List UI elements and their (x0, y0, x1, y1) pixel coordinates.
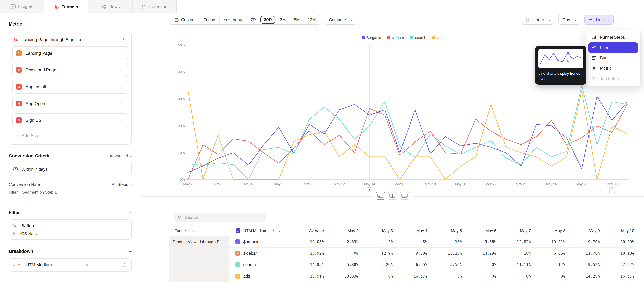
range-12m[interactable]: 12M (304, 16, 320, 24)
chevron-down-icon (193, 230, 195, 232)
kebab-icon[interactable]: ⋮ (118, 84, 124, 90)
menu-item-line[interactable]: Line (588, 42, 638, 53)
table-header-row: Funnel1 ✓ UTM Medium4 AverageMay 2May 3M… (169, 226, 638, 236)
filter-value[interactable]: iOS Native (20, 231, 40, 236)
menu-item-top-paths: Top Paths (588, 74, 638, 84)
kebab-icon[interactable]: ⋮ (118, 68, 124, 73)
column-header: Average (290, 226, 324, 236)
kebab-icon[interactable]: ⋮ (118, 118, 124, 123)
axes-icon (526, 18, 530, 22)
row-checkbox[interactable]: ✓ (236, 251, 240, 256)
line-icon (591, 46, 597, 50)
filter-property[interactable]: Platform (20, 223, 36, 228)
view-toggle-bottom-panel[interactable] (400, 192, 409, 200)
add-step-button[interactable]: + Add Step (12, 130, 128, 141)
range-today[interactable]: Today (200, 16, 220, 24)
value-cell: 5.56% (427, 262, 462, 267)
funnel-column-header[interactable]: Funnel1 (169, 226, 229, 236)
interval-button[interactable]: Day (558, 15, 580, 25)
chart-type-button[interactable]: Line (584, 15, 614, 25)
column-header: May 10 (600, 226, 634, 236)
funnel-step-group-cell[interactable]: Product Viewed through P... (169, 236, 229, 282)
svg-text:1: 1 (611, 188, 613, 192)
kebab-icon[interactable]: ⋮ (118, 101, 124, 106)
tooltip-text: Line charts display trends over time. (538, 71, 583, 82)
scale-button[interactable]: Linear (522, 15, 554, 25)
kebab-icon[interactable]: ⋮ (122, 262, 128, 268)
kebab-icon[interactable]: ⋮ (118, 51, 124, 56)
value-cell: 12.82% (496, 240, 531, 244)
filter-operator[interactable]: Is (13, 231, 16, 236)
breakdown-property: UTM Medium (26, 262, 52, 268)
funnel-header[interactable]: Landing Page through Sign Up ⋮ (12, 36, 128, 46)
range-yesterday[interactable]: Yesterday (220, 16, 246, 24)
tab-retention[interactable]: Retention (133, 0, 176, 13)
value-cell: 19.51% (531, 240, 565, 244)
column-header: May 4 (393, 226, 428, 236)
series-search (188, 86, 627, 180)
menu-item-funnel-steps[interactable]: Funnel Steps (588, 32, 638, 42)
conversion-window-row[interactable]: Within 7 days (9, 162, 132, 176)
funnel-steps-icon (591, 35, 597, 40)
chevron-down-icon (350, 18, 352, 21)
row-checkbox[interactable]: ✓ (236, 274, 240, 278)
conversion-rate-selector[interactable]: All Steps (112, 182, 132, 187)
value-cell: 15.92% (290, 251, 324, 255)
funnel-step[interactable]: 1Landing Page⋮ (12, 46, 128, 60)
tab-flows[interactable]: Flows (88, 0, 133, 13)
menu-item-label: Top Paths (600, 76, 619, 81)
svg-text:May 24: May 24 (516, 182, 527, 186)
value-cell: 0% (324, 251, 358, 255)
value-cell: 13.91% (290, 274, 324, 278)
row-checkbox[interactable]: ✓ (236, 240, 240, 244)
funnel-step[interactable]: 3App Install⋮ (12, 80, 128, 94)
funnel-step[interactable]: 4App Open⋮ (12, 97, 128, 110)
breakdown-row[interactable]: ≡ Aa UTM Medium × ⋮ (9, 258, 132, 272)
kebab-icon[interactable]: ⋮ (120, 37, 127, 42)
breakdown-column-header[interactable]: ✓ UTM Medium4 (229, 226, 290, 236)
svg-text:May 2: May 2 (183, 182, 192, 186)
svg-text:50%: 50% (178, 44, 185, 47)
series-ads (188, 90, 627, 180)
conversion-window-value: Within 7 days (22, 167, 48, 172)
step-number-badge: 3 (16, 84, 22, 90)
drag-handle-icon[interactable]: ≡ (13, 262, 15, 267)
range-3m[interactable]: 3M (276, 16, 290, 24)
value-cell: 22.22% (600, 262, 634, 267)
property-type-badge: Aa (18, 262, 23, 267)
remove-breakdown-icon[interactable]: × (85, 262, 89, 268)
menu-item-metric[interactable]: #Metric (588, 63, 638, 74)
menu-item-label: Funnel Steps (600, 35, 625, 40)
filter-segment-toggle[interactable]: Filter + Segment on Step 1 (9, 190, 132, 194)
menu-item-bar[interactable]: Bar (588, 53, 638, 63)
compare-button[interactable]: Compare (325, 15, 356, 25)
kebab-icon[interactable]: ⋮ (122, 223, 128, 228)
tab-funnels[interactable]: Funnels (44, 0, 88, 14)
filter-card: Aa Platform ⋮ Is iOS Native (9, 220, 132, 240)
funnel-step[interactable]: 2Download Page⋮ (12, 63, 128, 77)
add-filter-button[interactable]: + (128, 210, 132, 216)
tab-label: Funnels (61, 4, 78, 10)
series-name: sidebar (243, 251, 257, 256)
row-label-cell: ✓search (229, 262, 290, 267)
funnel-step[interactable]: 5Sign Up⋮ (12, 114, 128, 127)
add-breakdown-button[interactable]: + (128, 248, 132, 254)
range-7d[interactable]: 7D (246, 16, 260, 24)
value-cell: 8% (393, 240, 428, 244)
tab-insights[interactable]: Insights (0, 0, 44, 13)
advanced-toggle[interactable]: Advanced (110, 154, 132, 158)
svg-text:May 20: May 20 (455, 182, 466, 186)
row-checkbox[interactable]: ✓ (236, 262, 240, 267)
range-30d[interactable]: 30D (260, 16, 275, 24)
add-step-label: Add Step (22, 133, 40, 138)
range-6m[interactable]: 6M (290, 16, 304, 24)
clock-icon (13, 167, 18, 172)
value-cell: 0% (462, 262, 496, 267)
view-toggle-split[interactable] (388, 192, 397, 200)
view-toggle-left-panel[interactable] (376, 192, 385, 200)
select-all-checkbox[interactable]: ✓ (236, 228, 240, 233)
svg-text:May 10: May 10 (304, 182, 314, 186)
search-input[interactable] (185, 215, 262, 220)
chevron-down-icon (58, 191, 61, 193)
range-custom[interactable]: Custom (170, 16, 200, 24)
